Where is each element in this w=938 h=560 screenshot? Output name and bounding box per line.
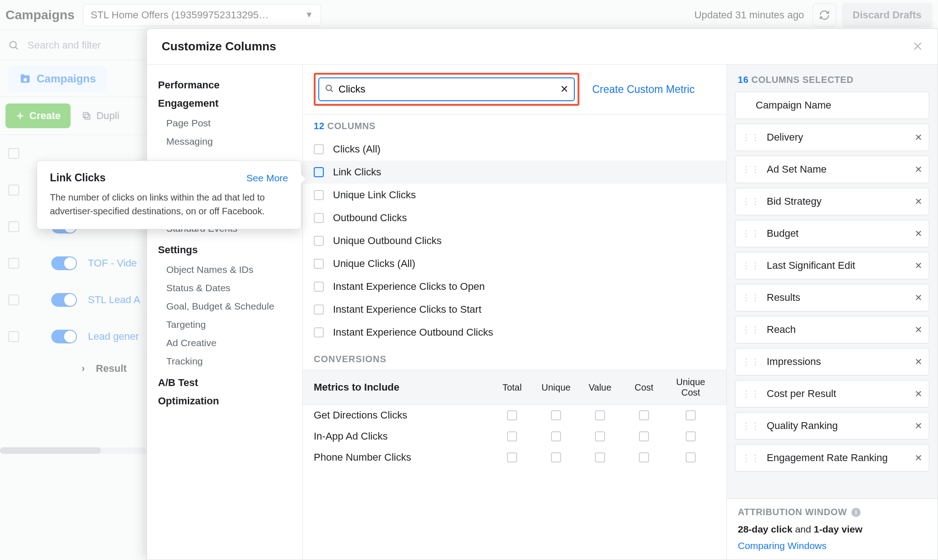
checkbox[interactable]	[595, 452, 605, 462]
drag-handle-icon[interactable]: ⋮⋮	[742, 456, 760, 460]
remove-icon[interactable]: ✕	[915, 324, 922, 335]
checkbox[interactable]	[314, 167, 324, 177]
checkbox[interactable]	[595, 410, 605, 420]
selected-column[interactable]: ⋮⋮Results✕	[735, 284, 929, 311]
see-more-link[interactable]: See More	[246, 173, 288, 184]
checkbox[interactable]	[314, 327, 324, 337]
remove-icon[interactable]: ✕	[915, 132, 922, 143]
checkbox[interactable]	[314, 304, 324, 315]
drag-handle-icon[interactable]: ⋮⋮	[742, 295, 760, 300]
column-option[interactable]: Outbound Clicks	[303, 207, 726, 229]
sidebar-head-settings[interactable]: Settings	[158, 244, 291, 256]
selected-column[interactable]: ⋮⋮Engagement Rate Ranking✕	[735, 444, 929, 472]
column-option[interactable]: Clicks (All)	[303, 138, 726, 161]
selected-column[interactable]: ⋮⋮Impressions✕	[735, 348, 929, 375]
drag-handle-icon[interactable]: ⋮⋮	[742, 391, 760, 396]
sidebar-head-optimization[interactable]: Optimization	[158, 395, 291, 407]
sidebar-item-messaging[interactable]: Messaging	[158, 132, 291, 151]
column-option[interactable]: Unique Link Clicks	[303, 184, 726, 207]
column-option[interactable]: Instant Experience Clicks to Open	[303, 275, 726, 298]
drag-handle-icon[interactable]: ⋮⋮	[742, 135, 760, 140]
sidebar-item-goal[interactable]: Goal, Budget & Schedule	[158, 297, 291, 315]
center-top-row: ✕ Create Custom Metric	[303, 65, 726, 114]
checkbox[interactable]	[314, 190, 324, 200]
remove-icon[interactable]: ✕	[915, 388, 922, 399]
checkbox[interactable]	[639, 410, 649, 420]
customize-columns-modal: Customize Columns ✕ Performance Engageme…	[147, 28, 938, 560]
checkbox[interactable]	[507, 410, 517, 420]
column-label: Unique Clicks (All)	[333, 258, 415, 270]
selected-column-label: Engagement Rate Ranking	[767, 452, 915, 464]
sidebar-item-creative[interactable]: Ad Creative	[158, 334, 291, 352]
checkbox[interactable]	[639, 452, 649, 462]
column-option[interactable]: Unique Clicks (All)	[303, 252, 726, 275]
remove-icon[interactable]: ✕	[915, 356, 922, 367]
selected-column[interactable]: Campaign Name	[735, 92, 929, 119]
checkbox[interactable]	[314, 236, 324, 246]
remove-icon[interactable]: ✕	[915, 260, 922, 271]
attribution-value: 28-day click and 1-day view	[738, 524, 927, 535]
column-option[interactable]: Instant Experience Clicks to Start	[303, 298, 726, 321]
checkbox[interactable]	[551, 452, 561, 462]
drag-handle-icon[interactable]: ⋮⋮	[742, 327, 760, 332]
remove-icon[interactable]: ✕	[915, 452, 922, 463]
remove-icon[interactable]: ✕	[915, 228, 922, 239]
checkbox[interactable]	[551, 431, 561, 441]
sidebar-item-tracking[interactable]: Tracking	[158, 352, 291, 370]
selected-column[interactable]: ⋮⋮Last Significant Edit✕	[735, 252, 929, 279]
checkbox[interactable]	[686, 431, 696, 441]
checkbox[interactable]	[686, 410, 696, 420]
remove-icon[interactable]: ✕	[915, 292, 922, 303]
checkbox[interactable]	[686, 452, 696, 462]
sidebar-head-engagement[interactable]: Engagement	[158, 98, 291, 109]
metrics-include-label: Metrics to Include	[314, 381, 490, 393]
column-checklist: Clicks (All) Link Clicks Unique Link Cli…	[303, 138, 726, 344]
sidebar-head-abtest[interactable]: A/B Test	[158, 377, 291, 389]
sidebar-item-status[interactable]: Status & Dates	[158, 279, 291, 297]
selected-column[interactable]: ⋮⋮Delivery✕	[735, 124, 929, 151]
drag-handle-icon[interactable]: ⋮⋮	[742, 167, 760, 172]
remove-icon[interactable]: ✕	[915, 420, 922, 431]
attr-view: 1-day view	[814, 524, 862, 534]
column-label: Instant Experience Clicks to Start	[333, 304, 481, 315]
selected-column-label: Reach	[767, 324, 915, 336]
close-icon[interactable]: ✕	[912, 39, 923, 54]
drag-handle-icon[interactable]: ⋮⋮	[742, 424, 760, 428]
drag-handle-icon[interactable]: ⋮⋮	[742, 359, 760, 364]
remove-icon[interactable]: ✕	[915, 164, 922, 175]
drag-handle-icon[interactable]: ⋮⋮	[742, 263, 760, 268]
selected-column[interactable]: ⋮⋮Bid Strategy✕	[735, 188, 929, 215]
column-search-input[interactable]	[334, 83, 560, 95]
column-search-box[interactable]: ✕	[318, 77, 575, 101]
selected-column[interactable]: ⋮⋮Budget✕	[735, 220, 929, 247]
clear-search-icon[interactable]: ✕	[560, 83, 568, 95]
comparing-windows-link[interactable]: Comparing Windows	[738, 540, 827, 551]
create-custom-metric-link[interactable]: Create Custom Metric	[592, 83, 695, 96]
column-option[interactable]: Instant Experience Outbound Clicks	[303, 321, 726, 344]
column-option[interactable]: Link Clicks	[303, 161, 726, 184]
sidebar-item-names[interactable]: Object Names & IDs	[158, 261, 291, 279]
checkbox[interactable]	[314, 144, 324, 154]
selected-column[interactable]: ⋮⋮Cost per Result✕	[735, 380, 929, 408]
remove-icon[interactable]: ✕	[915, 196, 922, 207]
checkbox[interactable]	[507, 431, 517, 441]
sidebar-item-pagepost[interactable]: Page Post	[158, 114, 291, 132]
selected-column[interactable]: ⋮⋮Reach✕	[735, 316, 929, 343]
metric-row-label: Get Directions Clicks	[314, 409, 490, 421]
drag-handle-icon[interactable]: ⋮⋮	[742, 231, 760, 236]
sidebar-item-targeting[interactable]: Targeting	[158, 315, 291, 334]
selected-column[interactable]: ⋮⋮Quality Ranking✕	[735, 412, 929, 440]
checkbox[interactable]	[639, 431, 649, 441]
checkbox[interactable]	[551, 410, 561, 420]
checkbox[interactable]	[314, 213, 324, 223]
selected-column[interactable]: ⋮⋮Ad Set Name✕	[735, 156, 929, 183]
checkbox[interactable]	[507, 452, 517, 462]
sidebar-head-performance[interactable]: Performance	[158, 79, 291, 91]
metric-col-unique: Unique	[534, 382, 578, 393]
drag-handle-icon[interactable]: ⋮⋮	[742, 199, 760, 204]
checkbox[interactable]	[595, 431, 605, 441]
checkbox[interactable]	[314, 282, 324, 292]
checkbox[interactable]	[314, 259, 324, 269]
column-option[interactable]: Unique Outbound Clicks	[303, 229, 726, 252]
info-icon[interactable]: i	[851, 508, 861, 517]
